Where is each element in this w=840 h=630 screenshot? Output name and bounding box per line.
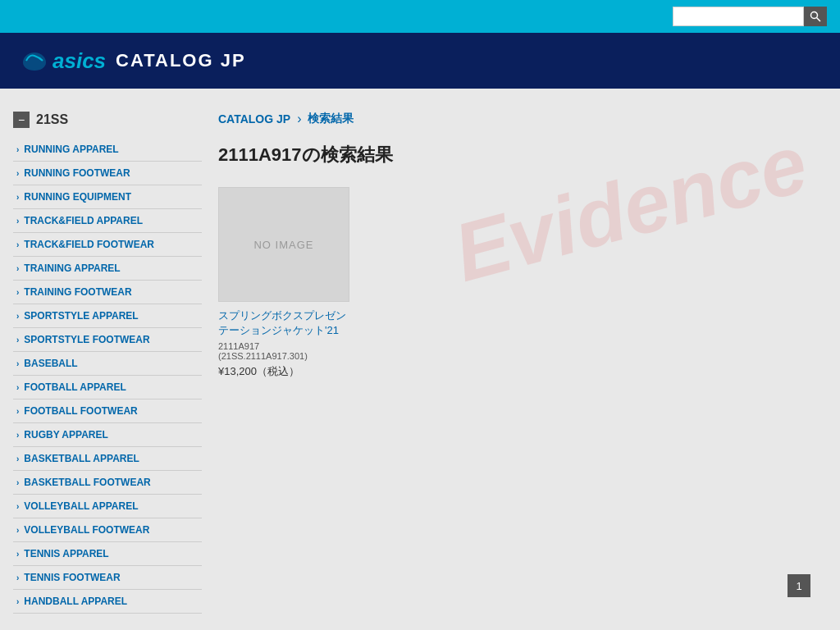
- chevron-icon: ›: [16, 573, 19, 582]
- search-form: [673, 7, 827, 26]
- chevron-icon: ›: [16, 264, 19, 273]
- breadcrumb-home-link[interactable]: CATALOG JP: [218, 112, 290, 126]
- sidebar-section-title: 21SS: [36, 112, 68, 127]
- chevron-icon: ›: [16, 312, 19, 321]
- sidebar-item-sportstyle-footwear[interactable]: › SPORTSTYLE FOOTWEAR: [13, 328, 202, 351]
- list-item: › TRAINING FOOTWEAR: [13, 281, 202, 304]
- list-item: › RUGBY APPAREL: [13, 423, 202, 447]
- sidebar-item-rugby-apparel[interactable]: › RUGBY APPAREL: [13, 423, 202, 446]
- sidebar-item-volleyball-footwear[interactable]: › VOLLEYBALL FOOTWEAR: [13, 518, 202, 541]
- list-item: › BASEBALL: [13, 352, 202, 376]
- asics-text: asics: [52, 48, 106, 74]
- list-item: › SPORTSTYLE APPAREL: [13, 304, 202, 328]
- asics-logo-icon: [20, 46, 49, 75]
- list-item: › VOLLEYBALL APPAREL: [13, 495, 202, 518]
- chevron-icon: ›: [16, 359, 19, 368]
- chevron-icon: ›: [16, 336, 19, 345]
- search-button[interactable]: [804, 7, 827, 26]
- list-item: › FOOTBALL APPAREL: [13, 376, 202, 399]
- sidebar: − 21SS › RUNNING APPAREL › RUNNING FOOTW…: [13, 112, 202, 614]
- asics-logo: asics: [20, 46, 106, 75]
- chevron-icon: ›: [16, 478, 19, 487]
- product-image: NO IMAGE: [218, 187, 349, 302]
- chevron-icon: ›: [16, 240, 19, 249]
- sidebar-item-running-apparel[interactable]: › RUNNING APPAREL: [13, 138, 202, 161]
- list-item: › HANDBALL APPAREL: [13, 590, 202, 614]
- list-item: › TRACK&FIELD APPAREL: [13, 209, 202, 233]
- top-bar: [0, 0, 840, 33]
- sidebar-item-handball-apparel[interactable]: › HANDBALL APPAREL: [13, 590, 202, 613]
- list-item: › TENNIS FOOTWEAR: [13, 566, 202, 590]
- sidebar-item-sportstyle-apparel[interactable]: › SPORTSTYLE APPAREL: [13, 304, 202, 327]
- sidebar-item-training-footwear[interactable]: › TRAINING FOOTWEAR: [13, 281, 202, 304]
- sidebar-item-training-apparel[interactable]: › TRAINING APPAREL: [13, 257, 202, 280]
- list-item: › RUNNING APPAREL: [13, 138, 202, 162]
- breadcrumb: CATALOG JP › 検索結果: [218, 112, 810, 126]
- chevron-icon: ›: [16, 288, 19, 297]
- sidebar-item-baseball[interactable]: › BASEBALL: [13, 352, 202, 375]
- list-item: › RUNNING EQUIPMENT: [13, 185, 202, 209]
- list-item: › BASKETBALL APPAREL: [13, 447, 202, 471]
- main-content: Evidence CATALOG JP › 検索結果 2111A917の検索結果…: [202, 112, 827, 614]
- chevron-icon: ›: [16, 550, 19, 559]
- sidebar-item-running-equipment[interactable]: › RUNNING EQUIPMENT: [13, 185, 202, 208]
- svg-line-1: [817, 18, 821, 22]
- sidebar-item-football-footwear[interactable]: › FOOTBALL FOOTWEAR: [13, 399, 202, 422]
- product-card[interactable]: NO IMAGE スプリングボクスプレゼンテーションジャケット'21 2111A…: [218, 187, 349, 379]
- sidebar-item-tennis-footwear[interactable]: › TENNIS FOOTWEAR: [13, 566, 202, 589]
- header: asics CATALOG JP: [0, 33, 840, 89]
- sidebar-item-basketball-footwear[interactable]: › BASKETBALL FOOTWEAR: [13, 471, 202, 494]
- breadcrumb-current: 検索結果: [308, 112, 354, 126]
- chevron-icon: ›: [16, 454, 19, 463]
- list-item: › TRACK&FIELD FOOTWEAR: [13, 233, 202, 257]
- chevron-icon: ›: [16, 597, 19, 606]
- list-item: › BASKETBALL FOOTWEAR: [13, 471, 202, 495]
- chevron-icon: ›: [16, 145, 19, 154]
- header-separator: [0, 89, 840, 95]
- product-price: ¥13,200（税込）: [218, 364, 349, 379]
- catalog-jp-title: CATALOG JP: [116, 50, 246, 71]
- sidebar-nav: › RUNNING APPAREL › RUNNING FOOTWEAR › R…: [13, 138, 202, 614]
- list-item: › TENNIS APPAREL: [13, 542, 202, 566]
- product-code: 2111A917 (21SS.2111A917.301): [218, 341, 349, 361]
- list-item: › SPORTSTYLE FOOTWEAR: [13, 328, 202, 352]
- page-1-button[interactable]: 1: [788, 574, 810, 597]
- chevron-icon: ›: [16, 193, 19, 202]
- no-image-label: NO IMAGE: [253, 239, 313, 251]
- sidebar-item-track-field-footwear[interactable]: › TRACK&FIELD FOOTWEAR: [13, 233, 202, 256]
- sidebar-item-volleyball-apparel[interactable]: › VOLLEYBALL APPAREL: [13, 495, 202, 518]
- chevron-icon: ›: [16, 169, 19, 178]
- chevron-icon: ›: [16, 407, 19, 416]
- breadcrumb-separator: ›: [297, 112, 301, 126]
- chevron-icon: ›: [16, 431, 19, 440]
- chevron-icon: ›: [16, 217, 19, 226]
- list-item: › VOLLEYBALL FOOTWEAR: [13, 518, 202, 542]
- sidebar-item-tennis-apparel[interactable]: › TENNIS APPAREL: [13, 542, 202, 565]
- content-area: − 21SS › RUNNING APPAREL › RUNNING FOOTW…: [0, 95, 840, 630]
- search-input[interactable]: [673, 7, 804, 26]
- chevron-icon: ›: [16, 383, 19, 392]
- sidebar-item-running-footwear[interactable]: › RUNNING FOOTWEAR: [13, 162, 202, 185]
- chevron-icon: ›: [16, 502, 19, 511]
- product-grid: NO IMAGE スプリングボクスプレゼンテーションジャケット'21 2111A…: [218, 187, 810, 379]
- list-item: › FOOTBALL FOOTWEAR: [13, 399, 202, 423]
- chevron-icon: ›: [16, 526, 19, 535]
- logo-area: asics CATALOG JP: [20, 46, 246, 75]
- page-title: 2111A917の検索結果: [218, 143, 810, 167]
- sidebar-collapse-button[interactable]: −: [13, 112, 30, 128]
- list-item: › TRAINING APPAREL: [13, 257, 202, 281]
- sidebar-header: − 21SS: [13, 112, 202, 128]
- sidebar-item-track-field-apparel[interactable]: › TRACK&FIELD APPAREL: [13, 209, 202, 232]
- search-icon: [810, 11, 821, 22]
- list-item: › RUNNING FOOTWEAR: [13, 162, 202, 185]
- sidebar-item-basketball-apparel[interactable]: › BASKETBALL APPAREL: [13, 447, 202, 470]
- product-name: スプリングボクスプレゼンテーションジャケット'21: [218, 308, 349, 338]
- sidebar-item-football-apparel[interactable]: › FOOTBALL APPAREL: [13, 376, 202, 399]
- svg-point-0: [811, 12, 818, 19]
- pagination: 1: [788, 574, 810, 597]
